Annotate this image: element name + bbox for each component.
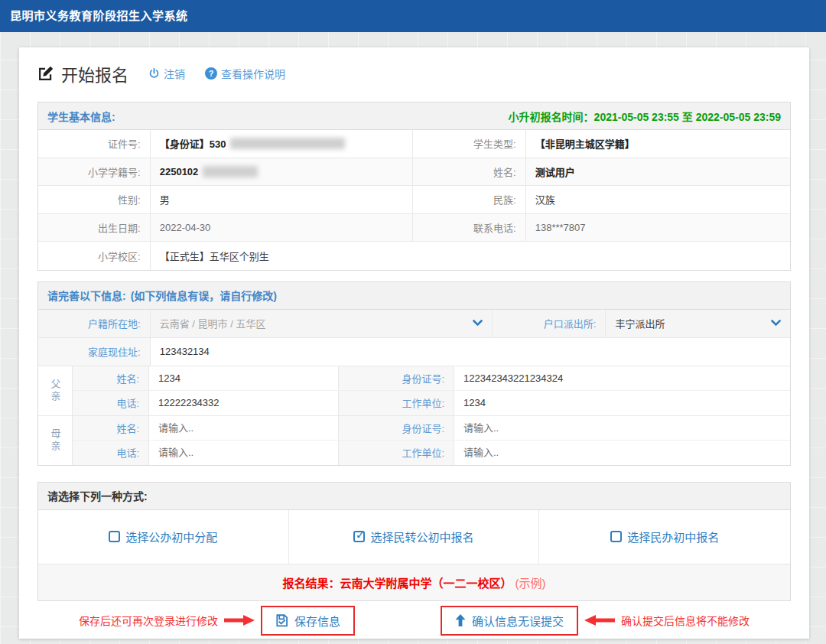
option-label: 选择民转公初中报名 bbox=[370, 529, 473, 545]
option-public-assignment[interactable]: 选择公办初中分配 bbox=[38, 510, 289, 564]
mother-tel-label: 电话: bbox=[73, 441, 149, 465]
option-private-to-public[interactable]: 选择民转公初中报名 bbox=[289, 510, 540, 564]
father-tel-label: 电话: bbox=[73, 391, 149, 415]
gender-value: 男 bbox=[151, 186, 413, 213]
student-info-header: 学生基本信息: 小升初报名时间：2021-05-05 23:55 至 2022-… bbox=[38, 102, 790, 130]
save-icon bbox=[275, 614, 288, 627]
contact-phone-label: 联系电话: bbox=[413, 214, 526, 242]
app-title: 昆明市义务教育阶段招生入学系统 bbox=[10, 9, 188, 22]
father-id-label: 身份证号: bbox=[339, 366, 454, 390]
father-work-field[interactable] bbox=[463, 397, 781, 408]
main-card: 开始报名 注销 查看操作说明 学生基本信息: 小升初报名时间：2021-05-0… bbox=[19, 47, 809, 639]
father-row-2: 电话: 工作单位: bbox=[73, 391, 790, 415]
mother-name-label: 姓名: bbox=[73, 416, 149, 440]
mother-work-field[interactable] bbox=[463, 447, 781, 458]
mother-group: 母亲 姓名: 身份证号: 电话: bbox=[38, 416, 790, 465]
app-header: 昆明市义务教育阶段招生入学系统 bbox=[0, 0, 826, 32]
question-circle-icon bbox=[205, 67, 217, 80]
police-station-select[interactable]: 丰宁派出所 bbox=[606, 310, 790, 337]
father-name-field[interactable] bbox=[158, 372, 329, 384]
complete-info-header: 请完善以下信息: (如下列信息有误，请自行修改) bbox=[38, 282, 790, 310]
mother-work-label: 工作单位: bbox=[339, 441, 454, 465]
mother-tel-field[interactable] bbox=[158, 447, 329, 458]
logout-link[interactable]: 注销 bbox=[148, 66, 185, 81]
pencil-square-icon bbox=[37, 66, 54, 82]
logout-label: 注销 bbox=[164, 66, 185, 81]
square-outline-icon bbox=[109, 531, 120, 542]
submit-button-label: 确认信息无误提交 bbox=[472, 613, 564, 629]
birthdate-label: 出生日期: bbox=[38, 214, 151, 242]
mother-id-input[interactable] bbox=[454, 416, 790, 440]
chevron-down-icon bbox=[771, 320, 781, 327]
name-label: 姓名: bbox=[413, 158, 526, 186]
student-info-section: 学生基本信息: 小升初报名时间：2021-05-05 23:55 至 2022-… bbox=[37, 102, 791, 271]
arrow-left-icon bbox=[584, 615, 615, 626]
table-row: 小学学籍号: 2250102 姓名: 测试用户 bbox=[38, 158, 790, 187]
home-address-input[interactable] bbox=[151, 338, 790, 366]
campus-label: 小学校区: bbox=[38, 242, 151, 270]
table-row: 小学校区: 【正式生】五华区个别生 bbox=[38, 242, 790, 270]
table-row: 性别: 男 民族: 汉族 bbox=[38, 186, 790, 214]
complete-info-section: 请完善以下信息: (如下列信息有误，请自行修改) 户籍所在地: 云南省 / 昆明… bbox=[37, 281, 791, 466]
mother-id-label: 身份证号: bbox=[339, 416, 454, 440]
campus-value: 【正式生】五华区个别生 bbox=[151, 242, 790, 270]
cert-label: 证件号: bbox=[38, 130, 151, 158]
father-id-field[interactable] bbox=[463, 372, 781, 384]
birthdate-value: 2022-04-30 bbox=[151, 214, 413, 242]
name-value: 测试用户 bbox=[526, 158, 790, 186]
mother-work-input[interactable] bbox=[454, 441, 790, 465]
student-id-label: 小学学籍号: bbox=[38, 158, 151, 186]
option-private-school[interactable]: 选择民办初中报名 bbox=[539, 510, 790, 564]
arrow-up-icon bbox=[455, 614, 466, 626]
mother-name-input[interactable] bbox=[149, 416, 339, 440]
student-id-value: 2250102 bbox=[151, 158, 413, 186]
ethnicity-value: 汉族 bbox=[526, 186, 790, 213]
save-button[interactable]: 保存信息 bbox=[261, 606, 355, 636]
father-row-1: 姓名: 身份证号: bbox=[73, 366, 790, 391]
student-type-label: 学生类型: bbox=[413, 130, 526, 158]
father-name-label: 姓名: bbox=[73, 366, 149, 390]
submit-note: 确认提交后信息将不能修改 bbox=[621, 613, 750, 628]
father-id-input[interactable] bbox=[454, 366, 790, 390]
father-tel-input[interactable] bbox=[149, 391, 339, 415]
enrollment-deadline: 小升初报名时间：2021-05-05 23:55 至 2022-05-05 23… bbox=[509, 109, 781, 124]
home-address-label: 家庭现住址: bbox=[38, 338, 151, 366]
student-type-value: 【非昆明主城区学籍】 bbox=[526, 130, 790, 158]
mother-id-field[interactable] bbox=[463, 422, 781, 434]
square-outline-icon bbox=[610, 531, 622, 542]
result-text: 报名结果：云南大学附属中学（一二一校区） bbox=[282, 574, 512, 590]
home-address-field[interactable] bbox=[160, 346, 781, 357]
power-icon bbox=[148, 68, 160, 80]
option-label: 选择民办初中报名 bbox=[627, 529, 719, 545]
home-address-row: 家庭现住址: bbox=[38, 338, 790, 366]
save-note: 保存后还可再次登录进行修改 bbox=[79, 613, 218, 628]
square-check-icon bbox=[353, 531, 365, 542]
residence-select[interactable]: 云南省 / 昆明市 / 五华区 bbox=[151, 310, 493, 337]
save-button-label: 保存信息 bbox=[294, 613, 340, 629]
mother-group-label: 母亲 bbox=[38, 416, 73, 465]
mother-name-field[interactable] bbox=[158, 422, 329, 434]
submit-button[interactable]: 确认信息无误提交 bbox=[441, 606, 578, 636]
mother-tel-input[interactable] bbox=[149, 441, 339, 465]
title-row: 开始报名 注销 查看操作说明 bbox=[37, 58, 791, 89]
help-link[interactable]: 查看操作说明 bbox=[205, 66, 285, 81]
gender-label: 性别: bbox=[38, 186, 151, 213]
complete-info-title: 请完善以下信息: bbox=[47, 288, 126, 303]
table-row: 出生日期: 2022-04-30 联系电话: 138***7807 bbox=[38, 214, 790, 242]
choice-header: 请选择下列一种方式: bbox=[38, 483, 790, 510]
arrow-right-icon bbox=[224, 615, 255, 626]
police-station-label: 户口派出所: bbox=[493, 310, 606, 337]
father-work-label: 工作单位: bbox=[339, 391, 454, 415]
choice-options-row: 选择公办初中分配 选择民转公初中报名 选择民办初中报名 bbox=[38, 510, 790, 564]
result-row: 报名结果：云南大学附属中学（一二一校区） (示例) bbox=[38, 564, 790, 600]
mother-row-1: 姓名: 身份证号: bbox=[73, 416, 790, 441]
father-name-input[interactable] bbox=[149, 366, 339, 390]
result-note: (示例) bbox=[515, 574, 546, 590]
father-work-input[interactable] bbox=[454, 391, 790, 415]
redacted-blur bbox=[203, 166, 258, 177]
choice-section: 请选择下列一种方式: 选择公办初中分配 选择民转公初中报名 选择民办初中报名 报… bbox=[37, 482, 791, 601]
table-row: 证件号: 【身份证】530 学生类型: 【非昆明主城区学籍】 bbox=[38, 130, 790, 158]
father-group-label: 父亲 bbox=[38, 366, 73, 415]
mother-row-2: 电话: 工作单位: bbox=[73, 441, 790, 465]
father-tel-field[interactable] bbox=[158, 397, 329, 408]
